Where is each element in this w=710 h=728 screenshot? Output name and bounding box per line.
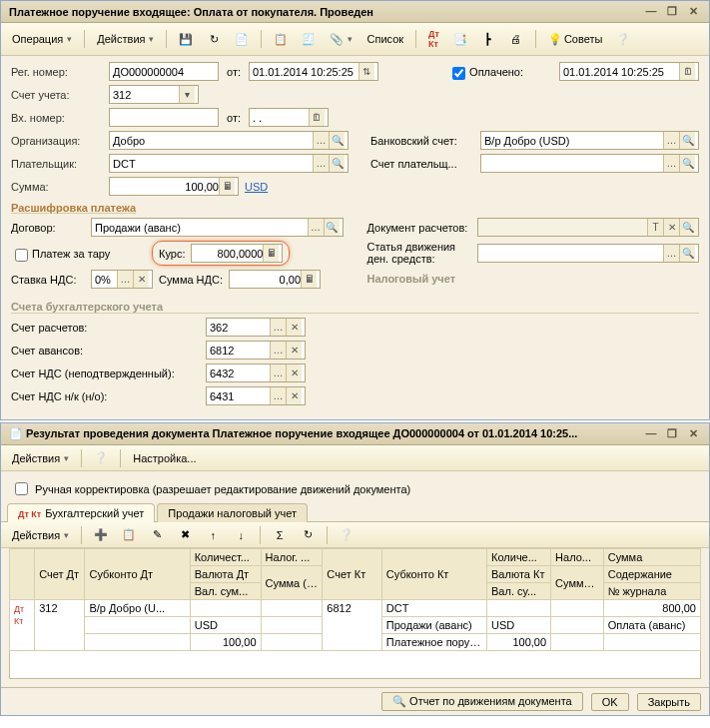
operation-menu[interactable]: Операция [7,30,77,48]
col-acc-dt[interactable]: Счет Дт [35,549,85,600]
vat-rate-field[interactable]: 0%…✕ [91,270,153,289]
payer-acc-field[interactable]: …🔍 [480,154,699,173]
select-icon[interactable]: … [313,132,329,149]
open-icon[interactable]: 🔍 [679,132,695,149]
col-journal[interactable]: № журнала [603,583,700,600]
calc-icon[interactable]: 🖩 [301,271,317,288]
select-icon[interactable]: … [270,387,286,404]
col-cur-kt[interactable]: Валюта Кт [487,566,551,583]
copy-button[interactable]: 📋 [269,30,293,49]
print-button[interactable]: 🖨 [504,30,528,48]
clear-icon[interactable]: ✕ [663,219,679,236]
calc-icon[interactable]: 🖩 [219,178,235,195]
open-icon[interactable]: 🔍 [324,219,340,236]
paid-checkbox[interactable] [452,67,465,80]
col-qty2[interactable]: Количе... [487,549,551,566]
move-up-button[interactable]: ↑ [201,526,225,544]
settings-button[interactable]: Настройка... [128,449,201,467]
acc-advance-field[interactable]: 6812…✕ [206,341,306,360]
clear-icon[interactable]: ✕ [286,387,302,404]
maximize-button[interactable]: ❐ [664,5,680,18]
paid-date-field[interactable]: 01.01.2014 10:25:25🗓 [559,62,699,81]
col-sum-nu-dt[interactable]: Сумма (н/у) Дт [261,566,323,600]
move-down-button[interactable]: ↓ [229,526,253,544]
calendar-icon[interactable]: 🗓 [309,109,325,126]
currency-link[interactable]: USD [245,181,268,193]
text-icon[interactable]: T [647,219,663,236]
tara-checkbox[interactable] [15,249,28,262]
acc-vat-unc-field[interactable]: 6432…✕ [206,364,306,382]
contract-field[interactable]: Продажи (аванс)…🔍 [91,218,344,237]
org-field[interactable]: Добро…🔍 [109,131,349,150]
rate-field[interactable]: 800,0000🖩 [191,244,283,263]
bank-acc-field[interactable]: В/р Добро (USD)…🔍 [480,131,699,150]
report-button[interactable]: 📑 [448,30,472,49]
acc-calc-field[interactable]: 362…✕ [206,318,306,337]
col-sum[interactable]: Сумма [603,549,700,566]
col-sub-dt[interactable]: Субконто Дт [85,549,190,600]
open-icon[interactable]: 🔍 [329,132,345,149]
col-cur-dt[interactable]: Валюта Дт [190,566,261,583]
based-on-button[interactable]: 🧾 [297,30,321,49]
doc-calc-field[interactable]: T✕🔍 [477,218,700,237]
table-row[interactable]: ДтКт 312 В/р Добро (U... 6812 DCT 800,00 [10,600,701,617]
manual-edit-checkbox[interactable] [15,482,28,495]
move-article-field[interactable]: …🔍 [477,244,700,263]
select-icon[interactable]: … [270,364,286,381]
minimize-button[interactable]: — [643,5,659,17]
open-icon[interactable]: 🔍 [329,155,345,172]
sum-button[interactable]: Σ [268,526,292,544]
open-icon[interactable]: 🔍 [679,245,695,262]
select-icon[interactable]: … [308,219,324,236]
open-icon[interactable]: 🔍 [679,155,695,172]
dropdown-icon[interactable]: ▾ [179,86,195,103]
delete-row-button[interactable]: ✖ [173,525,197,544]
actions-menu[interactable]: Действия [7,449,74,467]
col-valsum-kt[interactable]: Вал. су... [487,583,551,600]
tab-accounting[interactable]: Дт КтБухгалтерский учет [7,503,155,522]
close-button[interactable]: Закрыть [637,693,701,711]
col-acc-kt[interactable]: Счет Кт [323,549,381,600]
col-sub-kt[interactable]: Субконто Кт [381,549,486,600]
refresh-button[interactable]: ↻ [202,30,226,49]
select-icon[interactable]: … [313,155,329,172]
save-button[interactable]: 💾 [174,30,198,49]
spinner-icon[interactable]: ⇅ [358,63,374,80]
payer-field[interactable]: DCT…🔍 [109,154,349,173]
acc-vat-nk-field[interactable]: 6431…✕ [206,386,306,405]
clear-icon[interactable]: ✕ [286,364,302,381]
calc-icon[interactable]: 🖩 [263,245,279,262]
edit-row-button[interactable]: ✎ [145,525,169,544]
col-qty[interactable]: Количест... [190,549,261,566]
account-field[interactable]: 312▾ [109,85,199,104]
clear-icon[interactable]: ✕ [286,319,302,336]
add-row-button[interactable]: ➕ [89,525,113,544]
refresh-grid-button[interactable]: ↻ [296,525,320,544]
select-icon[interactable]: … [663,155,679,172]
calendar-icon[interactable]: 🗓 [679,63,695,80]
select-icon[interactable]: … [117,271,133,288]
dt-kt-button[interactable]: ДтКт [423,26,444,52]
select-icon[interactable]: … [663,245,679,262]
actions-menu[interactable]: Действия [92,30,159,48]
col-sum-nu-kt[interactable]: Сумма (н/у) Кт [551,566,604,600]
select-icon[interactable]: … [663,132,679,149]
col-valsum-dt[interactable]: Вал. сум... [190,583,261,600]
date-field[interactable]: 01.01.2014 10:25:25⇅ [249,62,378,81]
maximize-button[interactable]: ❐ [664,427,680,440]
tips-button[interactable]: 💡Советы [543,30,607,49]
clear-icon[interactable]: ✕ [286,342,302,359]
tab-tax-sales[interactable]: Продажи налоговый учет [157,503,308,522]
help-button[interactable]: ❔ [89,448,113,467]
close-button[interactable]: ✕ [685,427,701,440]
select-icon[interactable]: … [270,319,286,336]
list-button[interactable]: Список [361,30,408,48]
close-button[interactable]: ✕ [685,5,701,18]
grid-help-button[interactable]: ❔ [335,525,358,544]
select-icon[interactable]: … [270,342,286,359]
vat-sum-field[interactable]: 0,00🖩 [229,270,321,289]
based-on-dropdown[interactable]: 📎 [325,30,357,49]
clear-icon[interactable]: ✕ [133,271,149,288]
in-date-field[interactable]: . .🗓 [249,108,329,127]
reg-number-field[interactable]: ДО000000004 [109,62,219,81]
